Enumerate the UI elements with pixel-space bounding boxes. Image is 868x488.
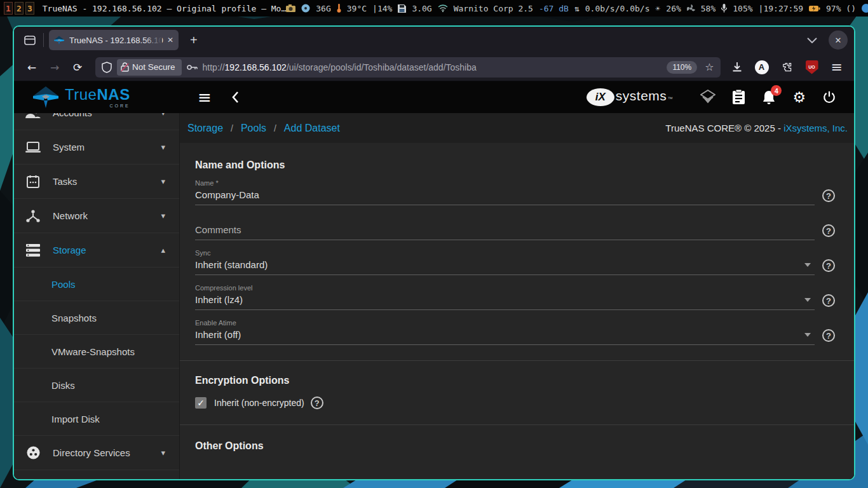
disc-icon[interactable]: [301, 4, 310, 13]
system-laptop-icon: [25, 142, 41, 153]
brightness-value: 26%: [666, 4, 681, 13]
atime-value[interactable]: Inherit (off): [195, 329, 815, 345]
sidenav-toggle-icon[interactable]: ≡: [198, 88, 212, 107]
atime-select[interactable]: Enable Atime Inherit (off): [195, 319, 815, 345]
system-tray: 36G 39°C |14% 3.0G Warnito Corp 2.5 -67 …: [286, 4, 864, 13]
comments-field[interactable]: Comments: [195, 224, 815, 240]
chevron-down-icon: ▾: [161, 211, 165, 220]
firefox-view-icon[interactable]: [19, 30, 41, 50]
notifications-bell-icon[interactable]: 4: [762, 90, 776, 105]
inherit-encryption-checkbox[interactable]: ✓: [195, 397, 207, 409]
compression-value[interactable]: Inherit (lz4): [195, 294, 815, 310]
section-name-and-options: Name and Options: [195, 159, 835, 171]
sidebar-item-storage[interactable]: Storage ▴: [14, 233, 179, 268]
section-encryption-options: Encryption Options: [195, 375, 835, 386]
help-icon[interactable]: ?: [822, 259, 835, 272]
dropdown-caret-icon[interactable]: [804, 333, 811, 337]
wifi-icon[interactable]: [438, 4, 448, 12]
shield-permissions-icon[interactable]: [102, 62, 112, 73]
sync-value[interactable]: Inherit (standard): [195, 259, 815, 275]
dropdown-caret-icon[interactable]: [804, 263, 811, 267]
breadcrumb-pools[interactable]: Pools: [241, 123, 266, 134]
profile-avatar[interactable]: A: [755, 60, 769, 74]
truenas-logo[interactable]: TrueNAS CORE: [14, 86, 180, 108]
collapse-chevron-icon[interactable]: [232, 92, 239, 103]
sidebar-label: Disks: [51, 380, 75, 391]
reload-icon[interactable]: ⟳: [67, 57, 88, 78]
forward-icon[interactable]: →: [44, 57, 65, 78]
url-text[interactable]: http://192.168.56.102/ui/storage/pools/i…: [203, 62, 477, 72]
help-icon[interactable]: ?: [822, 329, 835, 342]
extensions-puzzle-icon[interactable]: [782, 62, 793, 73]
sync-select[interactable]: Sync Inherit (standard): [195, 249, 815, 275]
sidebar-label: Tasks: [53, 176, 77, 187]
section-divider: [180, 360, 854, 361]
screenshot-icon[interactable]: [286, 4, 295, 12]
chevron-down-icon: ▾: [161, 113, 165, 118]
key-icon[interactable]: [187, 64, 198, 71]
sidebar-item-vmware-snapshots[interactable]: VMware-Snapshots: [14, 335, 179, 369]
name-field[interactable]: Name * Company-Data: [195, 179, 815, 205]
sidebar-label: Storage: [53, 245, 86, 255]
comments-field-label[interactable]: Comments: [195, 224, 815, 240]
settings-gear-icon[interactable]: ⚙: [792, 89, 806, 105]
help-icon[interactable]: ?: [311, 396, 323, 409]
breadcrumb-storage[interactable]: Storage: [187, 123, 223, 134]
sidebar-item-disks[interactable]: Disks: [14, 369, 179, 402]
not-secure-chip[interactable]: Not Secure: [117, 59, 182, 76]
tasks-calendar-icon: [25, 175, 41, 188]
new-tab-button[interactable]: +: [186, 33, 201, 48]
truenas-favicon: [54, 36, 64, 45]
tab-close-icon[interactable]: ✕: [167, 36, 173, 44]
back-icon[interactable]: ←: [22, 57, 42, 78]
broken-lock-icon: [121, 62, 129, 72]
help-icon[interactable]: ?: [822, 294, 835, 307]
memory-value: 3.0G: [412, 4, 431, 13]
tray-app-icon[interactable]: [862, 4, 868, 13]
browser-menu-icon[interactable]: ≡: [831, 59, 843, 75]
list-all-tabs-icon[interactable]: [807, 37, 817, 43]
network-nodes-icon: [25, 210, 41, 222]
sidebar-label: Snapshots: [51, 313, 97, 323]
sidebar-item-system[interactable]: System ▾: [14, 130, 179, 165]
ixsystems-link[interactable]: iXsystems, Inc.: [783, 123, 848, 133]
active-window-title: TrueNAS - 192.168.56.102 — Original prof…: [43, 4, 287, 13]
sidebar-item-pools[interactable]: Pools: [14, 268, 179, 301]
sidebar-label: VMware-Snapshots: [51, 346, 135, 357]
power-icon[interactable]: [822, 90, 836, 105]
truecommand-icon[interactable]: [700, 90, 715, 105]
sidebar-label: Accounts: [53, 113, 92, 118]
workspace-3-button[interactable]: 3: [25, 2, 34, 15]
active-tab[interactable]: TrueNAS - 192.168.56.10 ✕: [49, 30, 179, 50]
sidebar-item-network[interactable]: Network ▾: [14, 199, 179, 233]
task-manager-icon[interactable]: [732, 90, 745, 105]
help-icon[interactable]: ?: [822, 189, 835, 202]
downloads-icon[interactable]: [732, 62, 742, 72]
section-other-options: Other Options: [195, 440, 835, 452]
sidebar-item-tasks[interactable]: Tasks ▾: [14, 165, 179, 199]
breadcrumb: Storage / Pools / Add Dataset TrueNAS CO…: [180, 113, 854, 143]
dropdown-caret-icon[interactable]: [804, 298, 811, 302]
sidebar-item-accounts[interactable]: Accounts ▾: [14, 113, 179, 130]
workspace-1-button[interactable]: 1: [4, 2, 13, 15]
compression-field-row: Compression level Inherit (lz4) ?: [195, 284, 835, 310]
sidebar-item-snapshots[interactable]: Snapshots: [14, 301, 179, 335]
notification-count-badge: 4: [771, 85, 782, 96]
tab-title-fade: [144, 30, 162, 50]
zoom-level-badge[interactable]: 110%: [667, 61, 697, 74]
sync-label: Sync: [195, 249, 815, 257]
bookmark-star-icon[interactable]: ☆: [705, 61, 714, 73]
compression-select[interactable]: Compression level Inherit (lz4): [195, 284, 815, 310]
cpu-value: |14%: [372, 4, 392, 13]
url-bar[interactable]: Not Secure http://192.168.56.102/ui/stor…: [95, 57, 721, 78]
sidebar-label: Network: [53, 210, 88, 221]
name-field-value[interactable]: Company-Data: [195, 189, 815, 205]
ublock-origin-icon[interactable]: UO: [806, 60, 818, 74]
window-close-button[interactable]: ✕: [829, 30, 848, 50]
sidebar-item-import-disk[interactable]: Import Disk: [14, 402, 179, 436]
ixsystems-logo[interactable]: iX systems ™: [587, 88, 673, 106]
workspace-2-button[interactable]: 2: [15, 2, 24, 15]
sidebar-item-directory-services[interactable]: Directory Services ▾: [14, 436, 179, 470]
browser-tab-bar: TrueNAS - 192.168.56.10 ✕ + ✕: [14, 27, 854, 53]
help-icon[interactable]: ?: [822, 224, 835, 237]
